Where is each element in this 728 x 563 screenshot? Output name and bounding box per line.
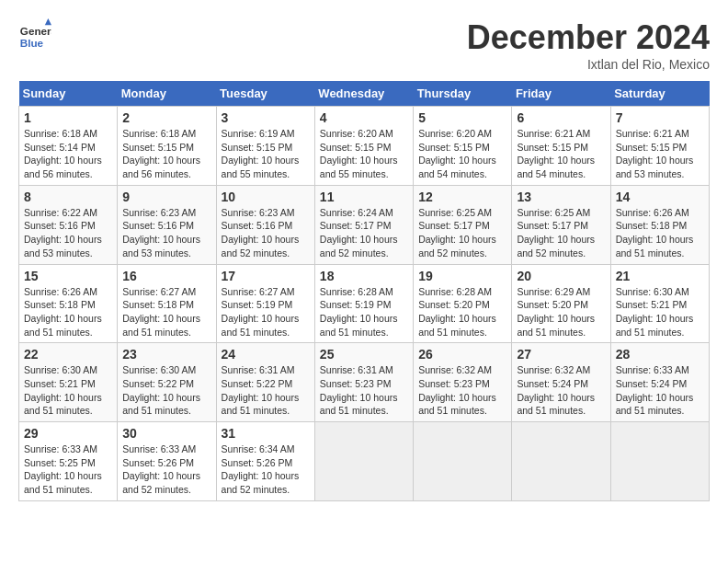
table-row: 5Sunrise: 6:20 AMSunset: 5:15 PMDaylight… [414, 107, 512, 186]
day-number: 29 [24, 426, 112, 441]
day-info: Sunrise: 6:22 AMSunset: 5:16 PMDaylight:… [24, 206, 112, 260]
table-row [414, 422, 512, 501]
weekday-header-row: SundayMondayTuesdayWednesdayThursdayFrid… [19, 81, 710, 107]
table-row: 8Sunrise: 6:22 AMSunset: 5:16 PMDaylight… [19, 185, 118, 264]
day-info: Sunrise: 6:19 AMSunset: 5:15 PMDaylight:… [222, 127, 310, 181]
table-row: 10Sunrise: 6:23 AMSunset: 5:16 PMDayligh… [216, 185, 314, 264]
day-number: 19 [418, 269, 506, 283]
day-number: 31 [222, 426, 310, 441]
page-header: General Blue December 2024 Ixtlan del Ri… [18, 18, 710, 72]
day-info: Sunrise: 6:18 AMSunset: 5:15 PMDaylight:… [122, 127, 210, 181]
weekday-header-thursday: Thursday [414, 81, 512, 107]
table-row [314, 422, 413, 501]
day-info: Sunrise: 6:27 AMSunset: 5:18 PMDaylight:… [122, 285, 210, 339]
day-number: 21 [616, 269, 704, 283]
table-row: 19Sunrise: 6:28 AMSunset: 5:20 PMDayligh… [414, 264, 512, 343]
table-row: 1Sunrise: 6:18 AMSunset: 5:14 PMDaylight… [19, 107, 118, 186]
svg-text:Blue: Blue [20, 37, 44, 49]
day-number: 1 [24, 110, 112, 125]
day-number: 22 [24, 347, 112, 362]
table-row: 27Sunrise: 6:32 AMSunset: 5:24 PMDayligh… [512, 343, 610, 422]
day-info: Sunrise: 6:33 AMSunset: 5:25 PMDaylight:… [24, 442, 112, 497]
table-row: 11Sunrise: 6:24 AMSunset: 5:17 PMDayligh… [314, 185, 413, 264]
table-row: 25Sunrise: 6:31 AMSunset: 5:23 PMDayligh… [314, 343, 413, 422]
day-number: 27 [517, 347, 605, 362]
day-number: 11 [320, 190, 408, 204]
day-info: Sunrise: 6:30 AMSunset: 5:21 PMDaylight:… [616, 285, 704, 339]
table-row: 13Sunrise: 6:25 AMSunset: 5:17 PMDayligh… [512, 185, 610, 264]
day-number: 28 [616, 347, 704, 362]
day-info: Sunrise: 6:21 AMSunset: 5:15 PMDaylight:… [517, 127, 605, 181]
title-area: December 2024 Ixtlan del Rio, Mexico [467, 18, 710, 72]
day-info: Sunrise: 6:26 AMSunset: 5:18 PMDaylight:… [24, 285, 112, 339]
day-info: Sunrise: 6:32 AMSunset: 5:24 PMDaylight:… [517, 363, 605, 418]
table-row: 3Sunrise: 6:19 AMSunset: 5:15 PMDaylight… [216, 107, 314, 186]
day-number: 4 [320, 110, 408, 125]
day-info: Sunrise: 6:25 AMSunset: 5:17 PMDaylight:… [418, 206, 506, 260]
day-info: Sunrise: 6:29 AMSunset: 5:20 PMDaylight:… [517, 285, 605, 339]
day-number: 10 [222, 190, 310, 204]
table-row: 31Sunrise: 6:34 AMSunset: 5:26 PMDayligh… [216, 422, 314, 501]
table-row: 16Sunrise: 6:27 AMSunset: 5:18 PMDayligh… [118, 264, 216, 343]
day-info: Sunrise: 6:24 AMSunset: 5:17 PMDaylight:… [320, 206, 408, 260]
day-info: Sunrise: 6:30 AMSunset: 5:21 PMDaylight:… [24, 363, 112, 418]
weekday-header-tuesday: Tuesday [216, 81, 314, 107]
table-row: 9Sunrise: 6:23 AMSunset: 5:16 PMDaylight… [118, 185, 216, 264]
table-row: 14Sunrise: 6:26 AMSunset: 5:18 PMDayligh… [610, 185, 709, 264]
day-info: Sunrise: 6:33 AMSunset: 5:24 PMDaylight:… [616, 363, 704, 418]
table-row: 28Sunrise: 6:33 AMSunset: 5:24 PMDayligh… [610, 343, 709, 422]
day-info: Sunrise: 6:32 AMSunset: 5:23 PMDaylight:… [418, 363, 506, 418]
table-row: 12Sunrise: 6:25 AMSunset: 5:17 PMDayligh… [414, 185, 512, 264]
day-number: 16 [122, 269, 210, 283]
table-row: 22Sunrise: 6:30 AMSunset: 5:21 PMDayligh… [19, 343, 118, 422]
table-row: 24Sunrise: 6:31 AMSunset: 5:22 PMDayligh… [216, 343, 314, 422]
weekday-header-saturday: Saturday [610, 81, 709, 107]
month-title: December 2024 [467, 18, 710, 57]
day-number: 2 [122, 110, 210, 125]
day-info: Sunrise: 6:31 AMSunset: 5:22 PMDaylight:… [222, 363, 310, 418]
calendar-week-5: 29Sunrise: 6:33 AMSunset: 5:25 PMDayligh… [19, 422, 710, 501]
svg-text:General: General [20, 25, 51, 37]
day-number: 3 [222, 110, 310, 125]
day-info: Sunrise: 6:20 AMSunset: 5:15 PMDaylight:… [418, 127, 506, 181]
svg-marker-2 [45, 18, 51, 25]
table-row: 6Sunrise: 6:21 AMSunset: 5:15 PMDaylight… [512, 107, 610, 186]
day-number: 6 [517, 110, 605, 125]
table-row: 21Sunrise: 6:30 AMSunset: 5:21 PMDayligh… [610, 264, 709, 343]
day-number: 13 [517, 190, 605, 204]
weekday-header-friday: Friday [512, 81, 610, 107]
day-info: Sunrise: 6:31 AMSunset: 5:23 PMDaylight:… [320, 363, 408, 418]
day-number: 24 [222, 347, 310, 362]
day-info: Sunrise: 6:34 AMSunset: 5:26 PMDaylight:… [222, 442, 310, 497]
table-row: 23Sunrise: 6:30 AMSunset: 5:22 PMDayligh… [118, 343, 216, 422]
day-info: Sunrise: 6:21 AMSunset: 5:15 PMDaylight:… [616, 127, 704, 181]
table-row: 15Sunrise: 6:26 AMSunset: 5:18 PMDayligh… [19, 264, 118, 343]
logo-icon: General Blue [18, 18, 51, 52]
day-number: 26 [418, 347, 506, 362]
day-number: 25 [320, 347, 408, 362]
calendar-week-1: 1Sunrise: 6:18 AMSunset: 5:14 PMDaylight… [19, 107, 710, 186]
day-info: Sunrise: 6:26 AMSunset: 5:18 PMDaylight:… [616, 206, 704, 260]
day-number: 14 [616, 190, 704, 204]
day-info: Sunrise: 6:27 AMSunset: 5:19 PMDaylight:… [222, 285, 310, 339]
table-row: 20Sunrise: 6:29 AMSunset: 5:20 PMDayligh… [512, 264, 610, 343]
day-info: Sunrise: 6:33 AMSunset: 5:26 PMDaylight:… [122, 442, 210, 497]
table-row: 7Sunrise: 6:21 AMSunset: 5:15 PMDaylight… [610, 107, 709, 186]
table-row: 26Sunrise: 6:32 AMSunset: 5:23 PMDayligh… [414, 343, 512, 422]
day-info: Sunrise: 6:30 AMSunset: 5:22 PMDaylight:… [122, 363, 210, 418]
table-row: 18Sunrise: 6:28 AMSunset: 5:19 PMDayligh… [314, 264, 413, 343]
day-info: Sunrise: 6:28 AMSunset: 5:20 PMDaylight:… [418, 285, 506, 339]
day-number: 18 [320, 269, 408, 283]
table-row: 30Sunrise: 6:33 AMSunset: 5:26 PMDayligh… [118, 422, 216, 501]
location: Ixtlan del Rio, Mexico [467, 57, 710, 72]
day-info: Sunrise: 6:23 AMSunset: 5:16 PMDaylight:… [222, 206, 310, 260]
day-number: 12 [418, 190, 506, 204]
calendar-week-2: 8Sunrise: 6:22 AMSunset: 5:16 PMDaylight… [19, 185, 710, 264]
table-row: 17Sunrise: 6:27 AMSunset: 5:19 PMDayligh… [216, 264, 314, 343]
day-info: Sunrise: 6:20 AMSunset: 5:15 PMDaylight:… [320, 127, 408, 181]
calendar-table: SundayMondayTuesdayWednesdayThursdayFrid… [18, 81, 710, 501]
day-number: 30 [122, 426, 210, 441]
day-number: 5 [418, 110, 506, 125]
weekday-header-monday: Monday [118, 81, 216, 107]
table-row: 4Sunrise: 6:20 AMSunset: 5:15 PMDaylight… [314, 107, 413, 186]
